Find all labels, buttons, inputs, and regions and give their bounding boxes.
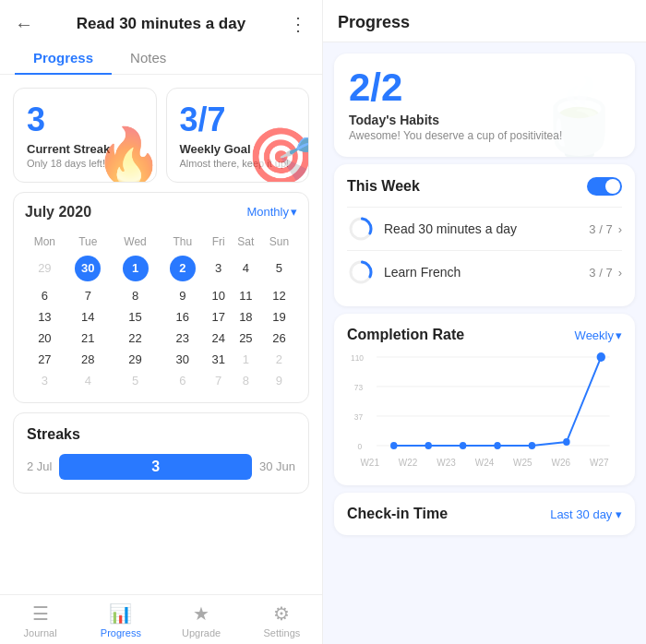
habit-right-1: 3 / 7 › — [589, 266, 622, 280]
completion-header: Completion Rate Weekly ▾ — [347, 327, 622, 343]
habit-item-0[interactable]: Read 30 minutes a day 3 / 7 › — [347, 207, 622, 250]
cal-day[interactable]: 17 — [206, 306, 230, 328]
habit-left-1: Learn French — [347, 258, 461, 286]
streak-bg-icon: 🔥 — [94, 124, 157, 183]
habit-chevron-1: › — [618, 266, 622, 280]
checkin-section: Check-in Time Last 30 day ▾ — [334, 493, 635, 535]
cal-day[interactable]: 29 — [112, 349, 159, 370]
cal-day[interactable]: 27 — [25, 349, 65, 370]
completion-filter[interactable]: Weekly ▾ — [575, 328, 622, 342]
completion-chart: 110 73 37 0 — [351, 352, 618, 454]
this-week-header-row: This Week — [347, 177, 622, 196]
nav-progress[interactable]: 📊 Progress — [80, 595, 161, 644]
streak-end-label: 30 Jun — [259, 459, 295, 473]
cal-day[interactable]: 30 — [65, 252, 112, 285]
cal-day[interactable]: 11 — [231, 285, 261, 306]
cal-day[interactable]: 30 — [159, 349, 206, 370]
back-button[interactable]: ← — [15, 14, 33, 35]
left-panel: ← Read 30 minutes a day ⋮ Progress Notes… — [0, 0, 323, 644]
x-label-w23: W23 — [437, 458, 456, 468]
cal-dow-mon: Mon — [25, 232, 65, 252]
cal-day[interactable]: 18 — [231, 306, 261, 328]
cal-day[interactable]: 6 — [25, 285, 65, 306]
habit-ring-0 — [347, 215, 375, 243]
streaks-title: Streaks — [27, 426, 295, 443]
cal-day[interactable]: 13 — [25, 306, 65, 328]
cal-day[interactable]: 29 — [25, 252, 65, 285]
cal-day[interactable]: 8 — [231, 370, 261, 391]
cal-day[interactable]: 3 — [206, 252, 230, 285]
svg-text:0: 0 — [357, 442, 362, 451]
cal-day[interactable]: 2 — [261, 349, 297, 370]
cal-day[interactable]: 5 — [261, 252, 297, 285]
calendar-month: July 2020 — [25, 204, 91, 221]
cal-day[interactable]: 5 — [112, 370, 159, 391]
cal-day[interactable]: 25 — [231, 328, 261, 349]
cal-day[interactable]: 15 — [112, 306, 159, 328]
nav-settings[interactable]: ⚙ Settings — [242, 595, 322, 644]
more-button[interactable]: ⋮ — [289, 13, 307, 35]
x-label-w25: W25 — [513, 458, 532, 468]
cal-day[interactable]: 3 — [25, 370, 65, 391]
cal-day[interactable]: 7 — [206, 370, 230, 391]
streak-start-label: 2 Jul — [27, 459, 52, 473]
cal-day[interactable]: 23 — [159, 328, 206, 349]
cal-day[interactable]: 1 — [112, 252, 159, 285]
tab-progress[interactable]: Progress — [15, 42, 112, 75]
upgrade-icon: ★ — [193, 602, 209, 625]
tab-notes[interactable]: Notes — [112, 42, 185, 75]
right-header-title: Progress — [323, 0, 646, 42]
tabs: Progress Notes — [0, 42, 322, 75]
cal-day[interactable]: 7 — [65, 285, 112, 306]
cal-day[interactable]: 14 — [65, 306, 112, 328]
cal-day[interactable]: 9 — [159, 285, 206, 306]
cal-dow-sat: Sat — [231, 232, 261, 252]
cal-day[interactable]: 4 — [65, 370, 112, 391]
cal-day[interactable]: 26 — [261, 328, 297, 349]
nav-progress-label: Progress — [101, 627, 141, 638]
cal-day[interactable]: 20 — [25, 328, 65, 349]
checkin-title: Check-in Time — [347, 506, 448, 522]
svg-point-12 — [390, 442, 397, 449]
checkin-filter[interactable]: Last 30 day ▾ — [550, 507, 622, 521]
cal-day[interactable]: 16 — [159, 306, 206, 328]
right-panel: Progress 2/2 Today's Habits Awesome! You… — [323, 0, 646, 644]
habit-ring-1 — [347, 258, 375, 286]
cal-day[interactable]: 31 — [206, 349, 230, 370]
cal-day[interactable]: 8 — [112, 285, 159, 306]
this-week-toggle[interactable] — [587, 177, 622, 196]
calendar-section: July 2020 Monthly ▾ MonTueWedThuFriSatSu… — [13, 192, 309, 403]
streak-card: 3 Current Streak Only 18 days left! 🔥 — [13, 88, 157, 183]
this-week-title: This Week — [347, 178, 420, 195]
cal-day[interactable]: 21 — [65, 328, 112, 349]
svg-point-18 — [597, 352, 605, 362]
nav-upgrade[interactable]: ★ Upgrade — [162, 595, 242, 644]
nav-settings-label: Settings — [264, 627, 301, 638]
cal-day[interactable]: 9 — [261, 370, 297, 391]
cal-day[interactable]: 10 — [206, 285, 230, 306]
streak-row: 2 Jul 3 30 Jun — [27, 454, 295, 480]
habit-name-1: Learn French — [384, 265, 461, 280]
journal-icon: ☰ — [32, 602, 49, 625]
page-title: Read 30 minutes a day — [77, 15, 245, 33]
cal-day[interactable]: 4 — [231, 252, 261, 285]
habit-right-0: 3 / 7 › — [589, 222, 622, 236]
settings-icon: ⚙ — [273, 602, 290, 625]
chart-area: 110 73 37 0 W21 W22 W23 — [347, 352, 622, 472]
nav-journal[interactable]: ☰ Journal — [0, 595, 80, 644]
cal-day[interactable]: 22 — [112, 328, 159, 349]
habit-progress-1: 3 / 7 — [589, 266, 612, 280]
today-bg-icon: 🍵 — [533, 75, 626, 157]
cal-day[interactable]: 12 — [261, 285, 297, 306]
this-week-section: This Week Read 30 minutes a day 3 / 7 › — [334, 164, 635, 306]
cal-day[interactable]: 28 — [65, 349, 112, 370]
cal-day[interactable]: 24 — [206, 328, 230, 349]
calendar-view-toggle[interactable]: Monthly ▾ — [246, 205, 297, 219]
goal-bg-icon: 🎯 — [246, 124, 309, 183]
habit-item-1[interactable]: Learn French 3 / 7 › — [347, 250, 622, 293]
cal-day[interactable]: 19 — [261, 306, 297, 328]
x-label-w22: W22 — [399, 458, 418, 468]
cal-day[interactable]: 1 — [231, 349, 261, 370]
cal-day[interactable]: 6 — [159, 370, 206, 391]
cal-day[interactable]: 2 — [159, 252, 206, 285]
